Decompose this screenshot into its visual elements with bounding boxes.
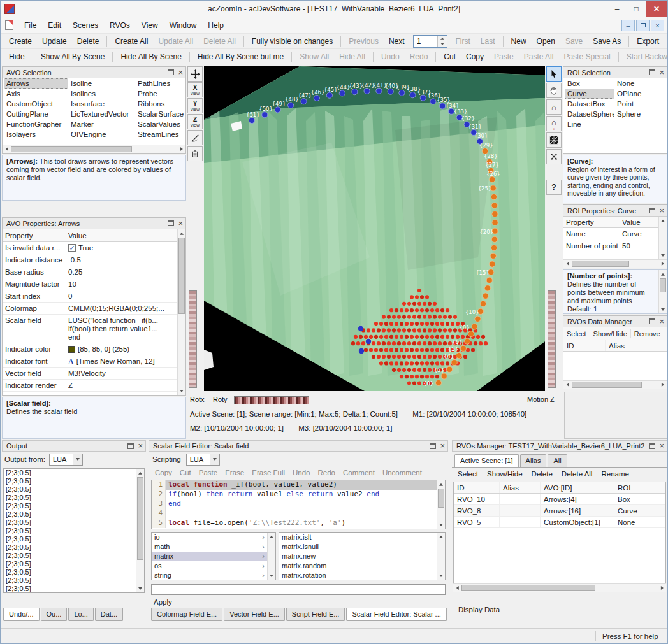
toolbar-button-show-all-by-scene[interactable]: Show All By Scene <box>36 51 110 62</box>
panel-header[interactable]: AVO Selection × <box>3 67 185 78</box>
property-row-indicator-font[interactable]: Indicator fontA[Times New Roman, 12] <box>3 355 177 368</box>
roi-item-box[interactable]: Box <box>565 78 614 89</box>
roi-item-none[interactable]: None <box>614 78 667 89</box>
scroll-down-arrow[interactable] <box>136 585 144 592</box>
scroll-thumb[interactable] <box>461 585 595 591</box>
menu-scenes[interactable]: Scenes <box>67 19 104 32</box>
apply-button[interactable]: Apply <box>154 598 172 606</box>
library-item-string[interactable]: string› <box>152 571 267 580</box>
scroll-down-arrow[interactable] <box>659 306 667 313</box>
rvo-row-rvo-5[interactable]: RVO_5CustomObject:[1]None <box>454 517 665 528</box>
mdi-close-button[interactable]: × <box>651 20 664 31</box>
tab-lo[interactable]: Lo... <box>68 608 93 621</box>
library-list[interactable]: io›math›matrix›os›string› <box>151 532 276 580</box>
editor-button-erase[interactable]: Erase <box>221 468 248 478</box>
property-row-indicator-render[interactable]: Indicator renderZ <box>3 380 177 392</box>
manager-button-show-hide[interactable]: Show/Hide <box>483 469 527 479</box>
seek-tool-button[interactable] <box>546 149 562 164</box>
column-header-roi[interactable]: ROI <box>614 482 665 493</box>
toolbar-button-delete[interactable]: Delete <box>72 36 105 47</box>
roi-item-oplane[interactable]: OPlane <box>614 89 667 99</box>
menu-window[interactable]: Window <box>164 19 203 32</box>
output-row[interactable]: [2;3;0.5] <box>4 576 136 585</box>
roty-label[interactable]: Roty <box>213 396 228 403</box>
toolbar-button-save[interactable]: Save <box>560 36 588 47</box>
manager-button-select[interactable]: Select <box>453 469 483 479</box>
rotation-slider[interactable] <box>234 396 309 404</box>
scroll-thumb[interactable] <box>178 238 185 314</box>
scroll-up-arrow[interactable] <box>437 533 445 540</box>
column-header-id[interactable]: ID <box>454 482 500 493</box>
close-panel-icon[interactable]: × <box>659 69 664 76</box>
toolbar-button-start-backward[interactable]: Start Backward <box>621 51 668 62</box>
library-item-math[interactable]: math› <box>152 542 267 552</box>
avo-item-axis[interactable]: Axis <box>4 89 68 99</box>
avo-item-ribbons[interactable]: Ribbons <box>135 99 185 109</box>
toolbar-button-update-all[interactable]: Update All <box>153 36 198 47</box>
menu-rvos[interactable]: RVOs <box>104 19 136 32</box>
close-panel-icon[interactable]: × <box>440 443 445 449</box>
output-row[interactable]: [2;3;0.5] <box>4 502 136 510</box>
rvo-row-rvo-10[interactable]: RVO_10Arrows:[4]Box <box>454 494 665 505</box>
output-row[interactable]: [2;3;0.5] <box>4 568 136 576</box>
menu-file[interactable]: File <box>18 19 42 32</box>
move-view-button[interactable] <box>187 66 203 82</box>
editor-button-uncomment[interactable]: Uncomment <box>379 468 426 478</box>
roi-item-datasetsphere[interactable]: DatasetSphere <box>565 109 614 119</box>
view-all-button[interactable] <box>546 132 562 148</box>
vertical-scrollbar[interactable] <box>658 217 667 259</box>
roi-item-curve[interactable]: Curve <box>565 89 614 99</box>
tab-all[interactable]: All <box>548 454 567 467</box>
output-row[interactable]: [2;3;0.5] <box>4 560 136 568</box>
output-row[interactable]: [2;3;0.5] <box>4 585 136 593</box>
toolbar-button-create-all[interactable]: Create All <box>110 36 153 47</box>
toolbar-button-hide-all-by-scene[interactable]: Hide All By Scene <box>115 51 186 62</box>
tab-vector-field-e[interactable]: Vector Field E... <box>224 608 285 621</box>
scroll-thumb[interactable] <box>572 382 642 388</box>
scroll-left-arrow[interactable] <box>453 584 461 592</box>
scroll-down-arrow[interactable] <box>437 521 445 529</box>
property-value[interactable]: 0 <box>64 290 177 302</box>
roi-item-line[interactable]: Line <box>565 119 614 129</box>
toolbar-button-next[interactable]: Next <box>384 36 410 47</box>
property-row-colormap[interactable]: ColormapCMLM(0;15;RGBA(0;0;255;... <box>3 303 177 315</box>
toolbar-button-last[interactable]: Last <box>476 36 500 47</box>
close-panel-icon[interactable]: × <box>659 318 664 325</box>
vertical-scrollbar[interactable] <box>658 270 667 313</box>
horizontal-scrollbar[interactable] <box>563 380 667 389</box>
property-row-number-of-points[interactable]: Number of points50 <box>563 240 658 252</box>
title-bar[interactable]: acZoomIn - acDevSoftware - [TEST17_WithV… <box>1 1 667 17</box>
editor-button-paste[interactable]: Paste <box>195 468 221 478</box>
scroll-right-arrow[interactable] <box>178 145 185 153</box>
manager-button-delete[interactable]: Delete <box>527 469 557 479</box>
close-button[interactable]: ✕ <box>646 1 667 17</box>
property-value[interactable]: Curve <box>618 228 658 240</box>
close-panel-icon[interactable]: × <box>659 443 664 449</box>
avo-item-arrows[interactable]: Arrows <box>4 78 68 89</box>
measure-tool-button[interactable] <box>187 130 203 145</box>
property-row-indicator-distance[interactable]: Indicator distance-0.5 <box>3 254 177 266</box>
mdi-restore-button[interactable] <box>636 20 650 31</box>
maximize-button[interactable]: □ <box>627 1 646 17</box>
avo-item-streamlines[interactable]: StreamLines <box>135 129 185 140</box>
property-row-vector-field[interactable]: Vector fieldM3!Velocity <box>3 368 177 380</box>
column-header-property[interactable]: Property <box>563 218 618 226</box>
spinner-up-icon[interactable] <box>438 36 447 41</box>
scroll-thumb[interactable] <box>137 477 143 560</box>
avo-item-scalarvalues[interactable]: ScalarValues <box>135 119 185 129</box>
avo-item-cuttingplane[interactable]: CuttingPlane <box>4 109 68 119</box>
toolbar-button-hide-all-by-scene-but-me[interactable]: Hide All By Scene but me <box>192 51 289 62</box>
scroll-up-arrow[interactable] <box>136 469 144 476</box>
home-view-button[interactable]: ⌂ <box>546 99 562 115</box>
toolbar-button-open[interactable]: Open <box>532 36 560 47</box>
code-editor[interactable]: 1local function _if(bool, value1, value2… <box>151 480 446 529</box>
avo-item-lictexturedvector[interactable]: LicTexturedVector <box>68 109 135 119</box>
scroll-thumb[interactable] <box>438 489 444 508</box>
output-language-dropdown[interactable]: LUA <box>49 454 83 466</box>
toolbar-button-first[interactable]: First <box>451 36 476 47</box>
output-row[interactable]: [2;3;0.5] <box>4 477 136 485</box>
float-panel-icon[interactable] <box>649 318 655 324</box>
manager-button-rename[interactable]: Rename <box>597 469 633 479</box>
scroll-down-arrow[interactable] <box>659 252 667 259</box>
roi-item-sphere[interactable]: Sphere <box>614 109 667 119</box>
